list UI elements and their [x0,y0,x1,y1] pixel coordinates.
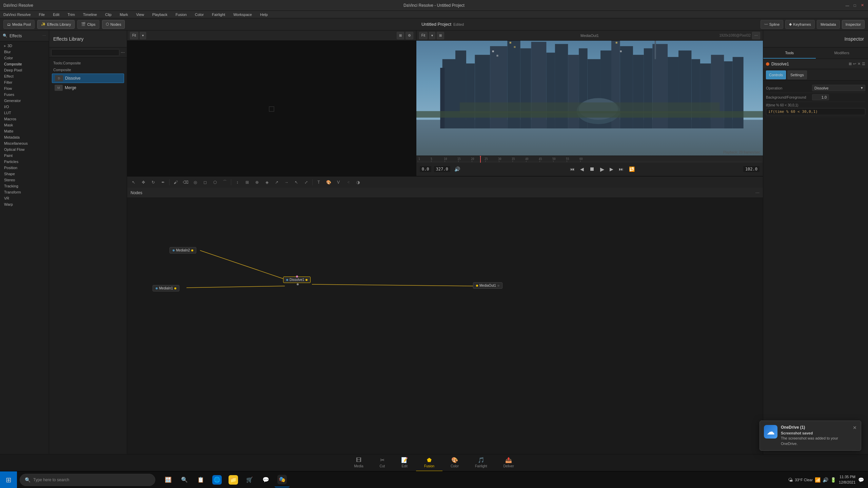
start-button[interactable]: ⊞ [0,471,17,488]
timecode-end[interactable]: 327.0 [434,166,450,172]
prop-value-bgfg[interactable]: 1.0 [812,94,829,100]
menu-fairlight[interactable]: Fairlight [211,12,226,17]
nodes-button[interactable]: ⬡ Nodes [102,20,125,29]
menu-fusion[interactable]: Fusion [174,12,188,17]
effect-paint[interactable]: Paint [0,152,49,159]
viewer-right-zoom[interactable]: ▾ [429,32,435,39]
effect-stereo[interactable]: Stereo [0,177,49,183]
menu-color[interactable]: Color [194,12,205,17]
metadata-button[interactable]: Metadata [817,20,840,29]
menu-timeline[interactable]: Timeline [82,12,98,17]
notification-icon[interactable]: 💬 [858,477,864,483]
effect-tracking[interactable]: Tracking [0,183,49,189]
timeline-ruler[interactable]: 1 5 10 15 20 25 [416,156,763,163]
node-dissolve1[interactable]: Dissolve1 [283,277,311,283]
viewer-right-settings[interactable]: ⋯ [752,32,760,39]
viewer-zoom-button[interactable]: ▾ [140,32,146,39]
expression-value[interactable]: if(time % 60 < 30,0,1) [766,108,865,115]
go-end-button[interactable]: ⏭ [617,166,625,172]
tool-warp[interactable]: ↕ [233,178,242,186]
spline-button[interactable]: 〰 Spline [761,20,784,29]
go-start-button[interactable]: ⏮ [569,166,576,172]
effect-mask[interactable]: Mask [0,122,49,128]
audio-icon[interactable]: 🔊 [453,166,461,172]
controls-tab-button[interactable]: Controls [766,70,786,79]
tool-rotate[interactable]: ↻ [149,178,158,186]
step-forward-button[interactable]: ▶ [608,166,615,172]
node-mediaout1[interactable]: MediaOut1 [473,282,502,289]
tool-grid-warp[interactable]: ⊞ [243,178,252,186]
module-deliver[interactable]: 📤 Deliver [495,454,522,471]
maximize-button[interactable]: □ [852,3,857,8]
effect-3d[interactable]: ▶ 3D [0,43,49,49]
tool-rect[interactable]: ◻ [201,178,210,186]
stop-button[interactable]: ⏹ [588,165,596,173]
effect-position[interactable]: Position [0,165,49,171]
tool-circle[interactable]: ◎ [191,178,200,186]
taskbar-app-explorer[interactable]: 📁 [226,472,241,487]
taskbar-search[interactable]: 🔍 Type here to search [20,474,155,486]
inspector-button[interactable]: Inspector [842,20,865,29]
module-fusion[interactable]: ⬟ Fusion [416,454,442,471]
effects-panel-menu[interactable]: ⋯ [42,34,46,38]
clock[interactable]: 11:35 PM 12/8/2021 [839,474,855,485]
taskbar-app-search[interactable]: 🔍 [177,472,192,487]
taskbar-app-teams[interactable]: 💬 [258,472,273,487]
tool-transform2[interactable]: ⤢ [302,178,311,186]
effect-blur[interactable]: Blur [0,49,49,55]
menu-edit[interactable]: Edit [52,12,61,17]
inspector-tab-modifiers[interactable]: Modifiers [816,47,868,59]
nodes-menu[interactable]: ⋯ [755,190,760,195]
effect-warp[interactable]: Warp [0,201,49,207]
effect-composite[interactable]: Composite [0,61,49,67]
module-media[interactable]: 🎞 Media [346,454,371,471]
effects-library-button[interactable]: ✨ Effects Library [37,20,75,29]
tool-polygon[interactable]: ⬡ [211,178,219,186]
effect-macros[interactable]: Macros [0,116,49,122]
effect-optical-flow[interactable]: Optical Flow [0,146,49,152]
menu-clip[interactable]: Clip [104,12,113,17]
settings-tab-button[interactable]: Settings [787,70,807,79]
viewer-right-grid[interactable]: ⊞ [437,32,444,39]
menu-mark[interactable]: Mark [118,12,129,17]
module-cut[interactable]: ✂ Cut [372,454,393,471]
tool-brush[interactable]: 🖌 [171,178,180,186]
effect-metadata[interactable]: Metadata [0,134,49,140]
tool-text[interactable]: T [314,178,323,186]
effect-shape[interactable]: Shape [0,171,49,177]
viewer-settings-button[interactable]: ⚙ [406,32,413,39]
tool-vector[interactable]: V [334,178,343,186]
effect-dissolve-card[interactable]: D Dissolve [52,74,124,83]
menu-trim[interactable]: Trim [66,12,76,17]
battery-icon[interactable]: 🔋 [830,477,836,483]
network-icon[interactable]: 📶 [815,477,821,483]
tool-move[interactable]: ✥ [139,178,148,186]
menu-davinci[interactable]: DaVinci Resolve [2,12,32,17]
tool-link[interactable]: → [282,178,291,186]
tool-paint[interactable]: 🎨 [324,178,333,186]
effect-particles[interactable]: Particles [0,159,49,165]
node-action-1[interactable]: ⊠ [849,62,852,66]
effects-view-toggle[interactable]: ⋯ [121,50,125,55]
step-back-button[interactable]: ◀ [579,166,585,172]
effect-transform[interactable]: Transform [0,189,49,195]
close-button[interactable]: ✕ [860,3,865,8]
taskbar-app-widgets[interactable]: 🪟 [161,472,176,487]
tool-pointer[interactable]: ↖ [129,178,138,186]
notification-close-button[interactable]: ✕ [853,425,857,430]
effect-filter[interactable]: Filter [0,79,49,85]
menu-workspace[interactable]: Workspace [232,12,253,17]
inspector-tab-tools[interactable]: Tools [763,47,816,59]
frame-count[interactable]: 102.0 [743,166,760,172]
effect-generator[interactable]: Generator [0,98,49,104]
effect-io[interactable]: I/O [0,104,49,110]
keyframes-button[interactable]: ◆ Keyframes [785,20,815,29]
node-action-4[interactable]: ☰ [862,62,865,66]
effect-misc[interactable]: Miscellaneous [0,140,49,146]
menu-file[interactable]: File [38,12,46,17]
module-color[interactable]: 🎨 Color [442,454,467,471]
tool-eraser[interactable]: ⌫ [181,178,190,186]
effect-flow[interactable]: Flow [0,85,49,92]
media-pool-button[interactable]: 🗂 Media Pool [3,20,35,29]
node-mediain1[interactable]: MediaIn1 [153,285,179,291]
